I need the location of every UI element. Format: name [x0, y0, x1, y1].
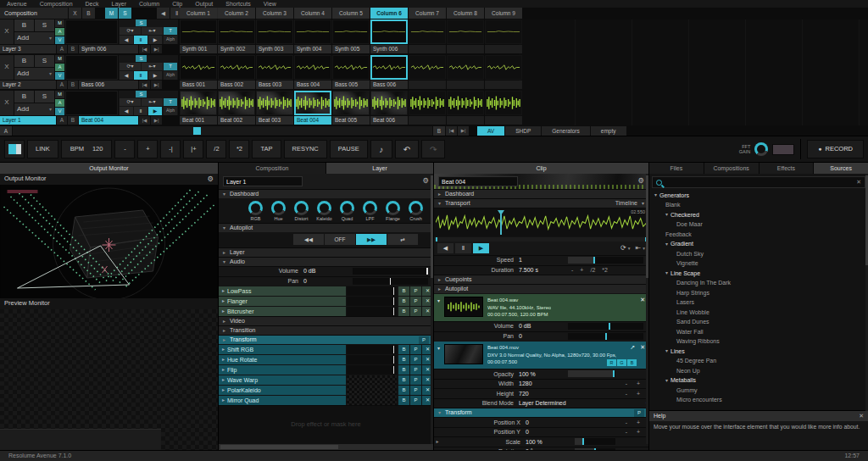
clip-cell[interactable]	[485, 19, 522, 53]
clip-name[interactable]: Beat 001	[180, 116, 217, 125]
tree-item[interactable]: ▾ Gradient	[649, 240, 868, 250]
layer-name[interactable]: Layer 3	[0, 45, 56, 53]
clip-cell[interactable]	[409, 19, 446, 53]
tree-item[interactable]: ▾ Lasers	[649, 298, 868, 308]
column-header[interactable]: Column 4	[294, 8, 331, 19]
menu-item[interactable]: Clip	[172, 1, 182, 8]
increment-button[interactable]: +	[632, 419, 644, 426]
metronome-icon[interactable]: ♪	[370, 140, 392, 158]
effect-bypass-button[interactable]: B	[398, 386, 409, 395]
effect-slider[interactable]	[347, 396, 397, 405]
link-button[interactable]: LINK	[27, 140, 58, 158]
clip-cell[interactable]: Bass 004	[294, 55, 331, 89]
increment-button[interactable]: +	[632, 391, 644, 397]
volume-slider[interactable]	[353, 268, 428, 275]
dashboard-knob[interactable]: Flange	[381, 201, 404, 221]
layer-speed-button[interactable]: S	[136, 55, 147, 62]
effect-row[interactable]: ▸Hue Rotate B P ✕	[219, 355, 433, 364]
layer-panel-tab[interactable]: Composition	[219, 163, 326, 174]
knob-dial[interactable]	[409, 201, 423, 215]
tempo-button[interactable]: +	[137, 140, 158, 158]
section-transform[interactable]: ▸TransformP	[219, 335, 433, 344]
clip-name[interactable]: Synth 005	[332, 45, 370, 53]
effect-row[interactable]: ▸LowPass B P ✕	[219, 286, 433, 296]
record-button[interactable]: ● RECORD	[807, 140, 864, 158]
effect-row[interactable]: ▸Bitcrusher B P ✕	[219, 307, 433, 316]
layer-pause-button[interactable]: Ⅱ	[134, 71, 147, 80]
increment-button[interactable]: +	[632, 429, 644, 436]
layer-transport-toggle[interactable]: T	[164, 27, 177, 35]
section-transform[interactable]: ▾TransformP	[434, 408, 648, 417]
effect-pause-button[interactable]: P	[410, 286, 421, 296]
clip-thumbnail[interactable]	[332, 91, 370, 115]
section-dashboard[interactable]: ▾Dashboard	[219, 189, 433, 198]
clip-thumbnail[interactable]	[370, 55, 408, 80]
effect-row[interactable]: ▸Mirror Quad B P ✕	[219, 396, 433, 405]
vertical-scrollbar[interactable]	[431, 174, 433, 444]
crossfader-b-label[interactable]: B	[433, 126, 445, 136]
crossfader-handle[interactable]	[193, 127, 201, 135]
dashboard-knob[interactable]: RGB	[244, 201, 267, 221]
tempo-button[interactable]: -	[114, 140, 135, 158]
layer-blend-dropdown[interactable]: Add ▾	[14, 32, 54, 44]
clip-name[interactable]: Synth 002	[218, 45, 255, 53]
effect-pause-button[interactable]: P	[410, 345, 421, 354]
layer-prev-clip-button[interactable]: |◀	[139, 45, 150, 53]
clip-name[interactable]: Synth 004	[294, 45, 331, 53]
clip-back-button[interactable]: ◀	[437, 243, 453, 253]
effect-slider[interactable]	[347, 355, 397, 364]
clip-name[interactable]	[409, 81, 446, 89]
effect-bypass-button[interactable]: B	[398, 396, 409, 405]
composition-bypass-button[interactable]: B	[82, 8, 95, 19]
clip-name[interactable]	[447, 45, 484, 53]
knob-dial[interactable]	[317, 201, 331, 215]
tree-item[interactable]: ▾ Line Scape	[649, 269, 868, 279]
tab-output-monitor[interactable]: Output Monitor	[0, 163, 218, 174]
clip-thumbnail[interactable]	[218, 55, 255, 80]
autopilot-button[interactable]: ⇄	[387, 234, 418, 245]
clip-cell[interactable]: Synth 001	[180, 19, 217, 53]
layer-next-clip-button[interactable]: ▶|	[151, 45, 162, 53]
undo-icon[interactable]: ↶	[395, 140, 419, 158]
effect-pause-button[interactable]: P	[410, 307, 421, 316]
horizontal-scrollbar[interactable]	[219, 444, 433, 450]
tempo-button[interactable]: -|	[160, 140, 181, 158]
layer-loop-mode-button[interactable]: ⟳▾	[120, 98, 141, 106]
deck-next-icon[interactable]: ▶|	[458, 126, 469, 136]
effect-bypass-button[interactable]: B	[398, 375, 409, 385]
section-autopilot[interactable]: ▸Autopilot	[434, 284, 648, 293]
transform-pause-button[interactable]: P	[634, 409, 644, 417]
column-header[interactable]: Column 2	[218, 8, 255, 19]
decrement-button[interactable]: -	[620, 391, 632, 397]
increment-button[interactable]: +	[632, 380, 644, 387]
clip-cell[interactable]: Bass 003	[256, 55, 293, 89]
effect-pause-button[interactable]: P	[410, 396, 421, 405]
clip-thumbnail[interactable]	[409, 91, 446, 115]
layer-crossfade-a-button[interactable]: A	[57, 81, 67, 89]
pause-button[interactable]: PAUSE	[330, 140, 368, 158]
clip-thumbnail[interactable]	[409, 19, 446, 44]
clip-name[interactable]	[447, 116, 484, 125]
close-icon[interactable]: ✕	[640, 297, 645, 303]
effect-slider[interactable]	[347, 307, 397, 316]
layer-video-button[interactable]: V	[55, 36, 64, 44]
close-icon[interactable]: ✕	[859, 413, 864, 419]
layer-crossfade-a-button[interactable]: A	[57, 116, 67, 125]
autopilot-button[interactable]: OFF	[325, 234, 355, 245]
clear-search-icon[interactable]: ✕	[856, 179, 861, 186]
clip-thumbnail[interactable]	[485, 19, 522, 44]
clip-cell[interactable]	[409, 91, 446, 125]
clip-thumbnail[interactable]	[370, 19, 408, 44]
effect-bypass-button[interactable]: B	[398, 345, 409, 354]
clip-thumbnail[interactable]	[485, 91, 522, 115]
effect-pause-button[interactable]: P	[410, 297, 421, 306]
tree-item[interactable]: ▾ Sand Dunes	[649, 318, 868, 328]
layer-active-clip-thumbnail[interactable]	[65, 91, 118, 115]
autopilot-button[interactable]: ◀◀	[293, 234, 324, 245]
effect-slider[interactable]	[347, 345, 397, 354]
duration-button[interactable]: /2	[590, 267, 595, 274]
layer-x-button[interactable]: X	[0, 55, 14, 80]
effect-row[interactable]: ▸Flanger B P ✕	[219, 297, 433, 306]
layer-loop-mode-button[interactable]: ⟳▾	[120, 27, 141, 35]
clip-name[interactable]: Beat 005	[332, 116, 370, 125]
